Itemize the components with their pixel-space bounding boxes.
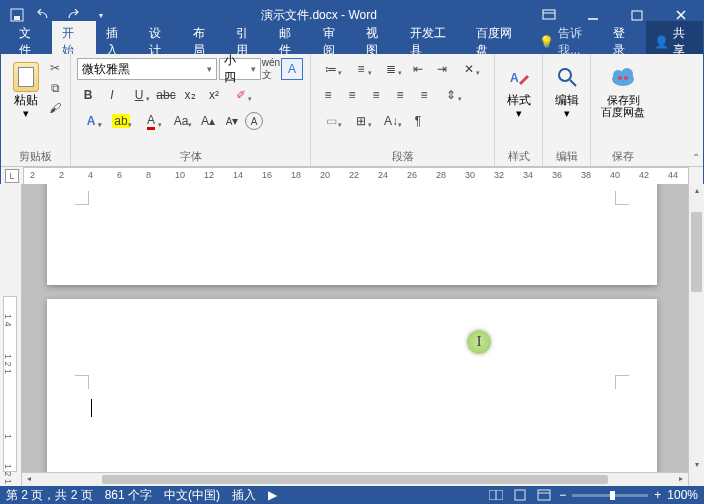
horizontal-ruler[interactable]: L 22468101214161820222426283032343638404… bbox=[1, 167, 703, 185]
group-label-editing: 编辑 bbox=[549, 147, 584, 164]
scroll-thumb-h[interactable] bbox=[102, 475, 608, 484]
phonetic-guide-icon[interactable]: wén文 bbox=[263, 58, 279, 80]
svg-line-8 bbox=[570, 80, 576, 86]
share-icon: 👤 bbox=[654, 35, 669, 49]
styles-button[interactable]: A 样式▾ bbox=[501, 58, 536, 123]
scroll-up-icon[interactable]: ▴ bbox=[689, 184, 704, 198]
group-styles: A 样式▾ 样式 bbox=[495, 54, 543, 166]
group-baidu: 保存到 百度网盘 保存 bbox=[591, 54, 655, 166]
svg-rect-17 bbox=[538, 490, 550, 500]
vertical-ruler[interactable]: 1 4 1 2 1 1 1 2 1 bbox=[0, 184, 22, 486]
sort-icon[interactable]: A↓ bbox=[377, 110, 405, 132]
strike-button[interactable]: abc bbox=[155, 84, 177, 106]
scroll-left-icon[interactable]: ◂ bbox=[22, 473, 36, 486]
group-label-clipboard: 剪贴板 bbox=[7, 147, 64, 164]
status-lang[interactable]: 中文(中国) bbox=[164, 487, 220, 504]
group-label-para: 段落 bbox=[317, 147, 488, 164]
shading-icon[interactable]: ▭ bbox=[317, 110, 345, 132]
svg-rect-2 bbox=[543, 10, 555, 19]
svg-text:A: A bbox=[510, 71, 519, 85]
page-1 bbox=[47, 184, 657, 285]
scroll-down-icon[interactable]: ▾ bbox=[689, 458, 704, 472]
bulb-icon: 💡 bbox=[539, 35, 554, 49]
ribbon-tabs: 文件 开始 插入 设计 布局 引用 邮件 审阅 视图 开发工具 百度网盘 💡告诉… bbox=[1, 29, 703, 54]
shrink-font-icon[interactable]: A▾ bbox=[221, 110, 243, 132]
zoom-out-icon[interactable]: − bbox=[559, 488, 566, 502]
italic-button[interactable]: I bbox=[101, 84, 123, 106]
svg-point-13 bbox=[624, 76, 628, 80]
document-area: 1 4 1 2 1 1 1 2 1 I ▴ ▾ ◂ ▸ bbox=[0, 184, 704, 486]
char-border-icon[interactable]: A bbox=[281, 58, 303, 80]
group-paragraph: ≔ ≡ ≣ ⇤ ⇥ ✕ ≡ ≡ ≡ ≡ ≡ ⇕ ▭ ⊞ bbox=[311, 54, 495, 166]
char-shading-icon[interactable]: Aa bbox=[167, 110, 195, 132]
asian-layout-icon[interactable]: ✕ bbox=[455, 58, 483, 80]
status-bar: 第 2 页，共 2 页 861 个字 中文(中国) 插入 ▶ − + 100% bbox=[0, 486, 704, 504]
scroll-thumb[interactable] bbox=[691, 212, 702, 292]
font-color-icon[interactable]: A bbox=[137, 110, 165, 132]
zoom-slider[interactable] bbox=[572, 494, 648, 497]
font-size-combo[interactable]: 小四▾ bbox=[219, 58, 261, 80]
page-2 bbox=[47, 299, 657, 474]
find-icon bbox=[553, 62, 581, 92]
baidu-save-button[interactable]: 保存到 百度网盘 bbox=[597, 58, 649, 122]
borders-icon[interactable]: ⊞ bbox=[347, 110, 375, 132]
line-spacing-icon[interactable]: ⇕ bbox=[437, 84, 465, 106]
align-justify-icon[interactable]: ≡ bbox=[389, 84, 411, 106]
multilevel-list-icon[interactable]: ≣ bbox=[377, 58, 405, 80]
svg-rect-16 bbox=[515, 490, 525, 500]
superscript-button[interactable]: x² bbox=[203, 84, 225, 106]
clear-format-icon[interactable]: ✐ bbox=[227, 84, 255, 106]
redo-icon[interactable] bbox=[63, 5, 83, 25]
read-mode-icon[interactable] bbox=[487, 488, 505, 502]
group-font: 微软雅黑▾ 小四▾ wén文 A B I U abc x₂ x² ✐ A ab bbox=[71, 54, 311, 166]
zoom-level[interactable]: 100% bbox=[667, 488, 698, 502]
qat-customize-icon[interactable]: ▾ bbox=[91, 5, 111, 25]
font-name-combo[interactable]: 微软雅黑▾ bbox=[77, 58, 217, 80]
editing-button[interactable]: 编辑▾ bbox=[549, 58, 584, 123]
ribbon: 粘贴 ▾ ✂ ⧉ 🖌 剪贴板 微软雅黑▾ 小四▾ wén文 A B I bbox=[1, 54, 703, 167]
tab-selector[interactable]: L bbox=[5, 169, 19, 183]
svg-rect-5 bbox=[632, 11, 642, 20]
web-layout-icon[interactable] bbox=[535, 488, 553, 502]
print-layout-icon[interactable] bbox=[511, 488, 529, 502]
vertical-scrollbar[interactable]: ▴ ▾ bbox=[688, 184, 704, 486]
align-left-icon[interactable]: ≡ bbox=[317, 84, 339, 106]
indent-decrease-icon[interactable]: ⇤ bbox=[407, 58, 429, 80]
indent-increase-icon[interactable]: ⇥ bbox=[431, 58, 453, 80]
status-words[interactable]: 861 个字 bbox=[105, 487, 152, 504]
copy-icon[interactable]: ⧉ bbox=[46, 80, 64, 96]
mouse-ibeam-cursor: I bbox=[467, 330, 491, 354]
text-cursor bbox=[91, 399, 92, 417]
enclose-char-icon[interactable]: A bbox=[245, 112, 263, 130]
cloud-icon bbox=[609, 62, 637, 92]
grow-font-icon[interactable]: A▴ bbox=[197, 110, 219, 132]
highlight-icon[interactable]: ab bbox=[107, 110, 135, 132]
status-macro-icon[interactable]: ▶ bbox=[268, 488, 277, 502]
styles-icon: A bbox=[505, 62, 533, 92]
undo-icon[interactable] bbox=[35, 5, 55, 25]
text-effects-icon[interactable]: A bbox=[77, 110, 105, 132]
cut-icon[interactable]: ✂ bbox=[46, 60, 64, 76]
save-icon[interactable] bbox=[7, 5, 27, 25]
align-distributed-icon[interactable]: ≡ bbox=[413, 84, 435, 106]
scroll-right-icon[interactable]: ▸ bbox=[674, 473, 688, 486]
status-mode[interactable]: 插入 bbox=[232, 487, 256, 504]
page-canvas[interactable]: I bbox=[22, 184, 688, 486]
subscript-button[interactable]: x₂ bbox=[179, 84, 201, 106]
align-center-icon[interactable]: ≡ bbox=[341, 84, 363, 106]
paste-button[interactable]: 粘贴 ▾ bbox=[7, 58, 44, 123]
svg-point-7 bbox=[559, 69, 571, 81]
show-marks-icon[interactable]: ¶ bbox=[407, 110, 429, 132]
horizontal-scrollbar[interactable]: ◂ ▸ bbox=[22, 472, 688, 486]
format-painter-icon[interactable]: 🖌 bbox=[46, 100, 64, 116]
group-editing: 编辑▾ 编辑 bbox=[543, 54, 591, 166]
collapse-ribbon-icon[interactable]: ⌃ bbox=[692, 152, 700, 163]
group-label-baidu: 保存 bbox=[597, 147, 649, 164]
underline-button[interactable]: U bbox=[125, 84, 153, 106]
status-page[interactable]: 第 2 页，共 2 页 bbox=[6, 487, 93, 504]
align-right-icon[interactable]: ≡ bbox=[365, 84, 387, 106]
bullets-icon[interactable]: ≔ bbox=[317, 58, 345, 80]
bold-button[interactable]: B bbox=[77, 84, 99, 106]
zoom-in-icon[interactable]: + bbox=[654, 488, 661, 502]
numbering-icon[interactable]: ≡ bbox=[347, 58, 375, 80]
